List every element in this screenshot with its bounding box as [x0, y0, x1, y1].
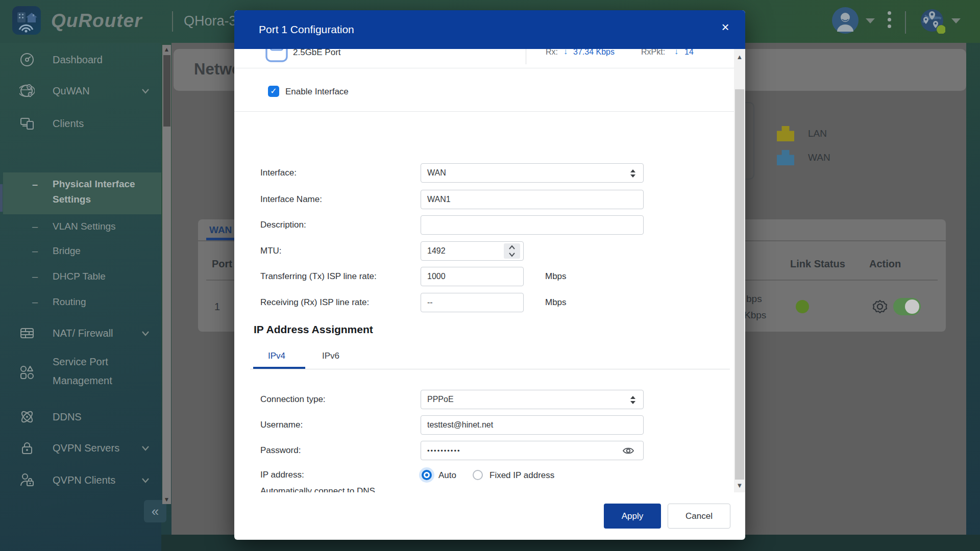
user-avatar[interactable]: [832, 7, 859, 34]
rxpkt-value: 14: [684, 49, 694, 57]
close-icon[interactable]: ×: [718, 19, 733, 35]
row-rate-rx-fragment: Kbps: [744, 310, 766, 321]
service-port-icon: [19, 365, 35, 380]
sidebar-item-physical-interface-settings[interactable]: – Physical Interface Settings: [3, 172, 161, 214]
dialog-scroll-down-icon[interactable]: ▼: [734, 481, 745, 491]
dialog-scrollbar-thumb[interactable]: [735, 89, 744, 480]
sidebar-item-service-port-management[interactable]: Service Port Management: [0, 352, 161, 393]
tx-rate-input[interactable]: [421, 267, 524, 286]
enable-interface-label: Enable Interface: [285, 87, 349, 97]
quwan-menu-chevron-icon[interactable]: [950, 17, 962, 24]
tx-rate-unit: Mbps: [545, 271, 567, 282]
scroll-down-arrow-icon[interactable]: ▼: [162, 496, 171, 503]
row-rate-tx-fragment: bps: [746, 293, 762, 305]
sidebar-item-bridge[interactable]: – Bridge: [0, 237, 161, 265]
connection-type-label: Connection type:: [260, 394, 326, 405]
tabs-divider-line: [250, 369, 730, 369]
page-scrollbar-thumb[interactable]: [163, 55, 170, 127]
lock-icon: [19, 440, 35, 456]
more-menu-kebab-icon[interactable]: [886, 11, 893, 32]
brand-text: QuRouter: [51, 10, 142, 32]
ethernet-port-icon: [265, 49, 288, 62]
sidebar: Dashboard QuWAN Clients: [0, 43, 161, 551]
sidebar-item-dashboard[interactable]: Dashboard: [0, 45, 161, 74]
tx-rate-label: Transferring (Tx) ISP line rate:: [260, 271, 377, 282]
port-name: 2.5GbE Port: [293, 49, 341, 58]
clients-icon: [19, 116, 35, 131]
chevron-down-icon: [141, 475, 150, 485]
password-visibility-eye-icon[interactable]: [622, 446, 634, 455]
sidebar-item-ddns[interactable]: DDNS: [0, 403, 161, 431]
connection-type-select[interactable]: PPPoE: [421, 390, 644, 409]
dialog-scrollbar[interactable]: ▲ ▼: [734, 49, 745, 492]
rx-rate-unit: Mbps: [545, 297, 567, 308]
chevron-down-icon: [141, 86, 150, 95]
topbar-divider: [172, 11, 173, 32]
connection-type-value: PPPoE: [427, 395, 454, 404]
rx-rate-label: Receiving (Rx) ISP line rate:: [260, 297, 369, 308]
section-title: IP Address Assignment: [254, 323, 373, 336]
chevron-down-icon: [141, 443, 150, 453]
cancel-button[interactable]: Cancel: [668, 504, 730, 529]
description-label: Description:: [260, 220, 306, 230]
interface-select[interactable]: WAN: [421, 163, 644, 183]
scroll-up-arrow-icon[interactable]: ▲: [162, 46, 171, 53]
description-input[interactable]: [421, 215, 644, 235]
interface-name-label: Interface Name:: [260, 194, 322, 205]
chevron-down-icon: [141, 329, 150, 338]
interface-value: WAN: [427, 168, 446, 178]
app-root: QuRouter QHora-3: [0, 0, 980, 551]
port-settings-gear-icon[interactable]: [871, 298, 889, 315]
mtu-stepper[interactable]: [504, 243, 520, 259]
stepper-arrows-icon: [504, 243, 520, 259]
rxpkt-down-arrow-icon: ↓: [674, 49, 678, 56]
dialog-scroll-up-icon[interactable]: ▲: [734, 52, 745, 62]
sidebar-item-qvpn-clients[interactable]: QVPN Clients: [0, 466, 161, 494]
apply-button[interactable]: Apply: [604, 504, 661, 529]
ip-auto-label: Auto: [438, 470, 456, 481]
sidebar-item-dhcp-table[interactable]: – DHCP Table: [0, 262, 161, 291]
user-menu-chevron-icon[interactable]: [865, 17, 876, 24]
username-label: Username:: [260, 420, 303, 430]
ip-auto-radio[interactable]: [422, 470, 432, 480]
quwan-icon: [19, 83, 35, 98]
rx-rate-input[interactable]: [421, 293, 524, 312]
password-label: Password:: [260, 445, 301, 456]
sidebar-item-quwan[interactable]: QuWAN: [0, 77, 161, 105]
interface-label: Interface:: [260, 168, 297, 178]
select-caret-icon: [630, 168, 636, 179]
tab-wan[interactable]: WAN: [209, 224, 232, 236]
rx-value: 37.34 Kbps: [573, 49, 615, 57]
sidebar-item-nat-firewall[interactable]: NAT/ Firewall: [0, 319, 161, 347]
user-icon: [832, 7, 859, 34]
username-input[interactable]: [421, 415, 644, 435]
col-header-link-status: Link Status: [790, 258, 845, 270]
quwan-globe-button[interactable]: [919, 7, 945, 34]
enable-interface-checkbox[interactable]: ✓: [268, 86, 279, 97]
user-lock-icon: [19, 472, 35, 488]
sidebar-item-routing[interactable]: – Routing: [0, 288, 161, 316]
page-scrollbar[interactable]: ▲ ▼: [162, 45, 171, 504]
password-input[interactable]: [421, 441, 644, 460]
toggle-knob: [905, 299, 919, 314]
legend-wan-label: WAN: [808, 152, 830, 163]
interface-name-input[interactable]: [421, 190, 644, 209]
dialog-title: Port 1 Configuration: [259, 23, 354, 36]
mtu-label: MTU:: [260, 246, 282, 256]
port-enable-toggle[interactable]: [893, 298, 921, 315]
qurouter-logo-icon[interactable]: [12, 6, 41, 35]
sidebar-item-qvpn-servers[interactable]: QVPN Servers: [0, 434, 161, 462]
row-port-cell: 1: [214, 301, 220, 313]
tab-ipv4[interactable]: IPv4: [268, 351, 285, 361]
rx-down-arrow-icon: ↓: [564, 49, 568, 56]
col-header-action: Action: [869, 258, 901, 270]
ddns-icon: [19, 409, 35, 424]
ip-fixed-radio[interactable]: [473, 470, 483, 480]
tab-ipv6[interactable]: IPv6: [322, 351, 339, 361]
port-row-divider: [526, 49, 526, 64]
port-configuration-dialog: Port 1 Configuration × 2.5GbE Port Rx: ↓…: [234, 10, 745, 540]
sidebar-item-clients[interactable]: Clients: [0, 109, 161, 138]
ip-fixed-label: Fixed IP address: [489, 470, 554, 481]
rx-label: Rx:: [546, 49, 558, 57]
legend-lan-label: LAN: [808, 128, 827, 139]
